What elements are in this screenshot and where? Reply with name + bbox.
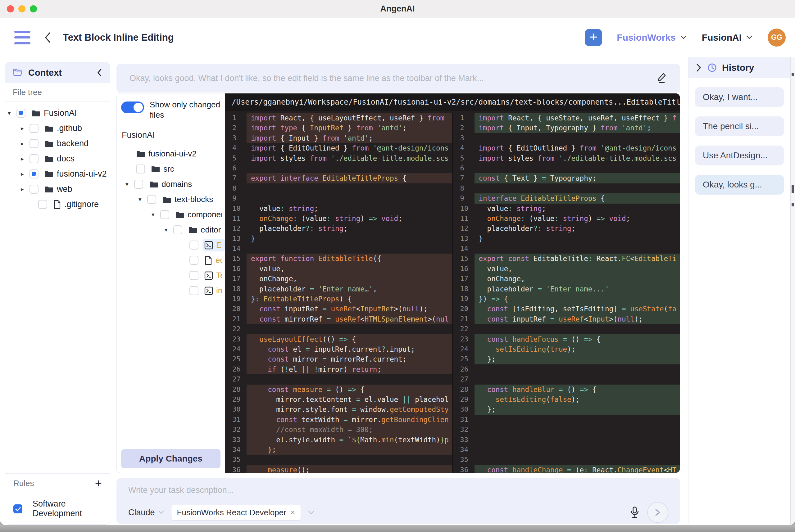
tree-row-web[interactable]: ▸web xyxy=(5,182,110,197)
account-dropdown[interactable]: FusionAI xyxy=(702,32,753,43)
tree-item[interactable]: .github xyxy=(42,122,110,135)
remove-tag-button[interactable]: × xyxy=(291,508,295,517)
line-number: 21 xyxy=(453,314,475,324)
history-item[interactable]: Okay, I want... xyxy=(695,87,784,107)
caret-right-icon[interactable]: ▸ xyxy=(21,140,30,147)
tree-item[interactable]: fusionai-ui-v2 xyxy=(42,168,110,180)
tree-checkbox[interactable] xyxy=(147,195,156,204)
tree-item[interactable]: fusionai-ui-v2 xyxy=(134,148,225,160)
back-button[interactable] xyxy=(43,31,52,44)
caret-right-icon[interactable]: ▸ xyxy=(21,155,30,162)
tree-checkbox[interactable] xyxy=(134,180,143,189)
caret-down-icon[interactable]: ▾ xyxy=(126,180,134,188)
line-number: 1 xyxy=(453,113,475,123)
workspace-dropdown[interactable]: FusionWorks xyxy=(617,32,687,43)
tree-row-text-blocks[interactable]: ▾text-blocks xyxy=(121,192,225,207)
tree-checkbox[interactable] xyxy=(160,210,169,219)
caret-right-icon[interactable]: ▸ xyxy=(21,186,30,193)
tree-checkbox[interactable] xyxy=(189,256,199,265)
tree-row-editable-title.module.scss[interactable]: editable-title.module.scss xyxy=(121,253,225,268)
tree-checkbox[interactable] xyxy=(173,225,182,234)
tree-row-FusionAI[interactable]: ▾FusionAI xyxy=(5,106,110,121)
tree-row-docs[interactable]: ▸docs xyxy=(5,151,110,166)
caret-down-icon[interactable]: ▾ xyxy=(8,110,16,117)
tree-row-editor[interactable]: ▾editor xyxy=(121,222,225,238)
code-line-17: 17 onChange, xyxy=(453,274,680,284)
history-item[interactable]: Okay, looks g... xyxy=(695,175,784,195)
apply-changes-button[interactable]: Apply Changes xyxy=(121,449,221,468)
history-item[interactable]: The pencil si... xyxy=(695,116,784,136)
tree-row-src[interactable]: src xyxy=(121,162,225,177)
folder-icon xyxy=(188,226,198,234)
tree-checkbox[interactable] xyxy=(189,241,199,250)
line-number: 4 xyxy=(453,143,475,153)
microphone-button[interactable] xyxy=(630,506,640,519)
history-item[interactable]: Use AntDesign... xyxy=(695,146,784,166)
avatar[interactable]: GG xyxy=(768,28,786,46)
caret-down-icon[interactable]: ▾ xyxy=(138,196,147,203)
tree-checkbox[interactable] xyxy=(16,109,25,118)
selected-file[interactable]: EditableTitle.tsx xyxy=(202,239,225,251)
tree-row-index.ts[interactable]: index.ts xyxy=(121,283,225,298)
line-number: 19 xyxy=(453,294,475,304)
tree-row-.gitignore[interactable]: .gitignore xyxy=(5,197,110,212)
tree-item[interactable]: docs xyxy=(42,152,110,165)
rule-checkbox[interactable] xyxy=(13,505,22,513)
tree-checkbox[interactable] xyxy=(189,286,199,295)
tree-item[interactable]: domains xyxy=(147,178,225,191)
chevron-right-icon[interactable] xyxy=(695,63,702,72)
edit-message-button[interactable] xyxy=(657,72,667,84)
caret-down-icon[interactable]: ▾ xyxy=(165,226,173,233)
tree-item[interactable]: components xyxy=(173,208,225,221)
tree-item[interactable]: FusionAI xyxy=(30,107,110,119)
tree-checkbox[interactable] xyxy=(38,200,47,209)
tree-row-TextBlock.tsx[interactable]: TextBlock.tsx xyxy=(121,268,225,283)
caret-right-icon[interactable]: ▸ xyxy=(21,170,30,177)
tree-item[interactable]: editable-title.module.scss xyxy=(202,254,225,267)
tree-item[interactable]: text-blocks xyxy=(160,193,225,206)
tree-row-EditableTitle.tsx[interactable]: EditableTitle.tsx xyxy=(121,238,225,253)
tree-item[interactable]: .gitignore xyxy=(51,198,110,211)
tree-checkbox[interactable] xyxy=(136,165,145,173)
code-line-27: 27 xyxy=(225,374,452,384)
tree-row-.github[interactable]: ▸.github xyxy=(5,121,110,136)
tree-item[interactable]: web xyxy=(42,183,110,195)
tree-row-domains[interactable]: ▾domains xyxy=(121,177,225,192)
menu-icon[interactable] xyxy=(14,31,31,44)
line-number: 31 xyxy=(453,415,475,424)
rule-item[interactable]: Software Development xyxy=(5,493,110,524)
tree-item[interactable]: index.ts xyxy=(202,284,225,297)
tree-row-backend[interactable]: ▸backend xyxy=(5,136,110,151)
caret-down-icon[interactable]: ▾ xyxy=(151,211,160,218)
tree-item[interactable]: src xyxy=(149,163,225,175)
tree-checkbox[interactable] xyxy=(30,124,38,133)
task-composer[interactable]: Write your task description... Claude Fu… xyxy=(116,478,680,524)
add-rule-button[interactable]: + xyxy=(95,479,102,488)
scrollbar-edge[interactable] xyxy=(790,57,795,525)
new-task-button[interactable]: + xyxy=(585,29,602,46)
tree-checkbox[interactable] xyxy=(30,139,38,148)
tree-row-fusionai-ui-v2[interactable]: ▸fusionai-ui-v2 xyxy=(5,166,110,182)
model-dropdown[interactable]: Claude xyxy=(128,508,164,517)
tree-checkbox[interactable] xyxy=(30,185,38,194)
tree-row-components[interactable]: ▾components xyxy=(121,207,225,222)
diff-left-pane[interactable]: 1import React, { useLayoutEffect, useRef… xyxy=(225,113,452,473)
tree-row-fusionai-ui-v2[interactable]: fusionai-ui-v2 xyxy=(121,146,225,162)
collapse-panel-button[interactable] xyxy=(96,68,103,77)
tree-item[interactable]: TextBlock.tsx xyxy=(202,269,225,282)
tree-item[interactable]: editor xyxy=(186,224,225,236)
tree-checkbox[interactable] xyxy=(30,154,38,163)
message-banner[interactable]: Okay, looks good. What I don't like, so … xyxy=(116,64,680,93)
diff-right-pane[interactable]: 1import React, { useState, useRef, useEf… xyxy=(452,113,680,473)
show-changed-toggle[interactable] xyxy=(121,101,144,113)
code-line-25: 25 const mirror = mirrorRef.current; xyxy=(225,354,452,364)
caret-right-icon[interactable]: ▸ xyxy=(21,125,30,132)
code-line-36: 36 const handleChange = (e: React.Change… xyxy=(453,465,680,473)
agent-select-chevron-icon[interactable] xyxy=(308,510,315,515)
agent-tag[interactable]: FusionWorks React Developer × xyxy=(171,505,301,520)
tree-checkbox[interactable] xyxy=(189,271,199,280)
send-button[interactable] xyxy=(647,502,668,523)
tree-item[interactable]: backend xyxy=(42,137,110,150)
tree-checkbox[interactable] xyxy=(30,169,38,178)
task-input-placeholder[interactable]: Write your task description... xyxy=(128,486,668,495)
